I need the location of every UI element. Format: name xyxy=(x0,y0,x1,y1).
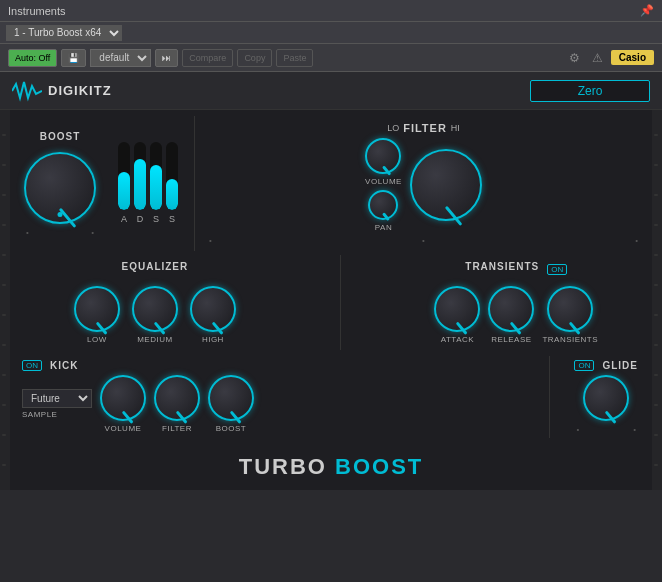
next-button[interactable]: ⏭ xyxy=(155,49,178,67)
adsr-bars: A D S xyxy=(110,144,186,224)
top-row: BOOST • • A xyxy=(14,116,648,251)
pan-knob[interactable] xyxy=(368,190,398,220)
kick-filter-knob[interactable] xyxy=(154,375,200,421)
gear-icon[interactable]: ⚙ xyxy=(565,51,584,65)
turbo-boost-title: TURBO BOOST xyxy=(14,446,648,484)
pin-icon[interactable]: 📌 xyxy=(640,4,654,17)
glide-on-badge[interactable]: ON xyxy=(574,360,594,371)
divider-3 xyxy=(549,356,550,438)
kick-label: KICK xyxy=(50,360,78,371)
volume-knob-container: VOLUME xyxy=(365,138,402,186)
preset-select[interactable]: 1 - Turbo Boost x64 xyxy=(6,25,122,41)
release-label: RELEASE xyxy=(491,335,531,344)
glide-dots: • • xyxy=(574,425,638,434)
adsr-fill-s2 xyxy=(166,179,178,210)
attack-label: ATTACK xyxy=(441,335,474,344)
title-bar-text: Instruments xyxy=(8,5,65,17)
adsr-track-d xyxy=(134,142,146,210)
glide-label: GLIDE xyxy=(602,360,638,371)
volume-knob[interactable] xyxy=(365,138,401,174)
transients-amount-knob[interactable] xyxy=(547,286,593,332)
adsr-track-s xyxy=(150,142,162,210)
equalizer-section: EQUALIZER LOW MEDIUM HIGH xyxy=(54,255,256,350)
filter-lo-label: LO xyxy=(387,123,399,133)
attack-knob[interactable] xyxy=(434,286,480,332)
eq-low-label: LOW xyxy=(87,335,107,344)
save-icon-button[interactable]: 💾 xyxy=(61,49,86,67)
paste-button[interactable]: Paste xyxy=(276,49,313,67)
preset-name-display[interactable]: Zero xyxy=(530,80,650,102)
adsr-label-s2: S xyxy=(169,214,175,224)
glide-knob[interactable] xyxy=(583,375,629,421)
right-side-decoration xyxy=(652,110,662,490)
adsr-track-a xyxy=(118,142,130,210)
filter-knobs-row: VOLUME PAN xyxy=(365,138,482,232)
adsr-fill-d xyxy=(134,159,146,210)
transients-section: TRANSIENTS ON ATTACK RELEASE TRANSIENTS xyxy=(424,255,608,350)
filter-title: FILTER xyxy=(403,122,447,134)
eq-high-knob[interactable] xyxy=(190,286,236,332)
adsr-bar-d: D xyxy=(134,142,146,224)
kick-volume-label: VOLUME xyxy=(105,424,142,433)
pan-knob-container: PAN xyxy=(368,190,398,232)
kick-boost-knob-container: BOOST xyxy=(208,375,254,433)
boost-word: BOOST xyxy=(335,454,423,479)
adsr-section: A D S xyxy=(106,138,190,230)
main-content: BOOST • • A xyxy=(10,110,652,490)
filter-hi-label: HI xyxy=(451,123,460,133)
boost-knob-dot xyxy=(58,212,63,217)
filter-label-row: LO FILTER HI xyxy=(387,122,460,134)
kick-header: ON KICK xyxy=(22,360,527,371)
kick-boost-knob[interactable] xyxy=(208,375,254,421)
transients-knobs-row: ATTACK RELEASE TRANSIENTS xyxy=(434,286,598,344)
plugin-logo: DIGIKITZ xyxy=(12,80,112,102)
compare-button[interactable]: Compare xyxy=(182,49,233,67)
adsr-fill-s xyxy=(150,165,162,209)
transients-on-badge[interactable]: ON xyxy=(547,264,567,275)
attack-knob-container: ATTACK xyxy=(434,286,480,344)
bottom-row: ON KICK Future SAMPLE VOLUME xyxy=(14,356,648,438)
middle-row: EQUALIZER LOW MEDIUM HIGH xyxy=(14,255,648,350)
boost-knob[interactable] xyxy=(24,152,96,224)
plugin-body: BOOST • • A xyxy=(0,110,662,490)
filter-section: LO FILTER HI VOLUME PAN xyxy=(199,116,648,251)
adsr-bar-s: S xyxy=(150,142,162,224)
sample-select[interactable]: Future xyxy=(22,389,92,408)
preset-bar: 1 - Turbo Boost x64 xyxy=(0,22,662,44)
logo-wave-icon xyxy=(12,80,42,102)
eq-low-knob[interactable] xyxy=(74,286,120,332)
plugin-header: DIGIKITZ Zero xyxy=(0,72,662,110)
divider-2 xyxy=(340,255,341,350)
kick-volume-knob[interactable] xyxy=(100,375,146,421)
title-bar: Instruments 📌 xyxy=(0,0,662,22)
transients-knob-container: TRANSIENTS xyxy=(542,286,598,344)
adsr-fill-a xyxy=(118,172,130,209)
release-knob-container: RELEASE xyxy=(488,286,534,344)
plugin-name: DIGIKITZ xyxy=(48,83,112,98)
transients-label: TRANSIENTS xyxy=(465,261,539,272)
transients-label-row: TRANSIENTS ON xyxy=(465,261,567,278)
eq-medium-label: MEDIUM xyxy=(137,335,172,344)
adsr-track-s2 xyxy=(166,142,178,210)
glide-section: ON GLIDE • • xyxy=(564,356,648,438)
kick-on-badge[interactable]: ON xyxy=(22,360,42,371)
turbo-word: TURBO xyxy=(239,454,327,479)
kick-boost-label: BOOST xyxy=(216,424,247,433)
boost-knob-container xyxy=(24,152,96,224)
kick-filter-knob-container: FILTER xyxy=(154,375,200,433)
filter-side-knobs: VOLUME PAN xyxy=(365,138,402,232)
release-knob[interactable] xyxy=(488,286,534,332)
eq-knobs-row: LOW MEDIUM HIGH xyxy=(74,286,236,344)
filter-dots: • • • xyxy=(207,236,640,245)
transients-amount-label: TRANSIENTS xyxy=(542,335,598,344)
copy-button[interactable]: Copy xyxy=(237,49,272,67)
sample-select-wrap: Future SAMPLE xyxy=(22,389,92,419)
adsr-bar-s2: S xyxy=(166,142,178,224)
boost-dots: • • xyxy=(24,228,96,237)
divider-1 xyxy=(194,116,195,251)
eq-medium-knob[interactable] xyxy=(132,286,178,332)
eq-high-label: HIGH xyxy=(202,335,224,344)
preset-dropdown[interactable]: default xyxy=(90,49,151,67)
auto-off-button[interactable]: Auto: Off xyxy=(8,49,57,67)
filter-knob[interactable] xyxy=(410,149,482,221)
